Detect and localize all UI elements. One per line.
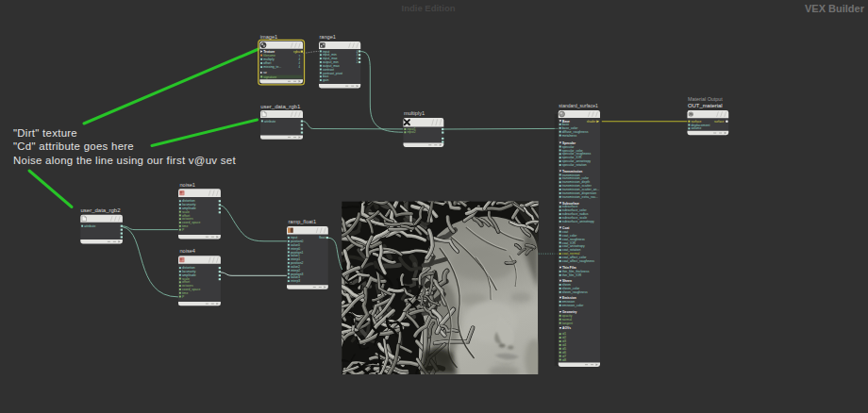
svg-text:id8: id8 [562,358,567,362]
svg-text:metalness: metalness [562,134,577,138]
svg-text:subsurface_anisotropy: subsurface_anisotropy [562,220,594,223]
svg-text:uv: uv [263,71,267,74]
svg-text:noise1: noise1 [180,182,195,188]
svg-text:missing_te...: missing_te... [263,65,281,69]
svg-text:image1: image1 [260,34,277,40]
svg-text:emission_color: emission_color [562,304,584,307]
svg-text:multiply1: multiply1 [404,110,425,116]
svg-text:interp3: interp3 [291,279,300,283]
svg-text:surface: surface [714,120,725,124]
svg-text:input2: input2 [407,130,415,134]
svg-text:sheen_roughness: sheen_roughness [562,290,588,294]
svg-text:signature: signature [263,75,276,79]
svg-text:coat_affect_roughness: coat_affect_roughness [562,259,595,263]
svg-text:OUT_material: OUT_material [688,103,723,108]
svg-text:standard_surface1: standard_surface1 [559,103,598,108]
svg-text:VEX Builder: VEX Builder [805,3,865,14]
svg-text:specular_rotation: specular_rotation [562,163,587,167]
svg-text:float: float [319,236,325,240]
svg-text:rgba: rgba [293,50,300,54]
svg-text:shader: shader [587,120,597,124]
svg-text:noise4: noise4 [180,248,195,254]
svg-text:Material Output: Material Output [688,96,723,102]
svg-text:AOVs: AOVs [562,326,571,330]
svg-text:"Dirt" texture: "Dirt" texture [13,127,77,139]
svg-text:Indie Edition: Indie Edition [402,3,456,13]
svg-text:range1: range1 [320,34,336,40]
svg-text:thin_film_IOR: thin_film_IOR [562,273,582,277]
svg-text:"Cd" attribute goes here: "Cd" attribute goes here [13,140,134,152]
svg-text:user_data_rgb2: user_data_rgb2 [81,207,122,213]
svg-text:gain: gain [323,78,329,82]
svg-text:transmission_extra_rou...: transmission_extra_rou... [562,195,598,199]
svg-text:Noise along the line using our: Noise along the line using our first v@u… [13,155,236,166]
svg-text:attribute: attribute [264,120,275,124]
svg-text:tangent: tangent [562,322,573,325]
svg-text:ramp_float1: ramp_float1 [289,219,317,224]
svg-text:attribute: attribute [84,224,95,228]
svg-text:volume: volume [691,126,701,130]
svg-text:user_data_rgb1: user_data_rgb1 [260,104,301,109]
